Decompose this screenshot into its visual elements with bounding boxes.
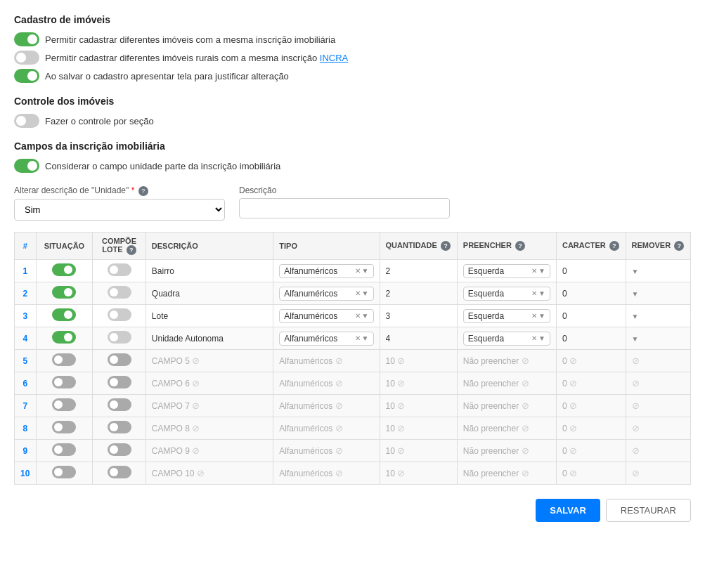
row-remover[interactable]: ▼ (626, 260, 690, 282)
disabled-icon: ⊘ (192, 378, 200, 388)
row-situacao[interactable] (36, 417, 93, 440)
toggle-4[interactable] (14, 114, 39, 128)
row-num: 7 (15, 395, 37, 417)
row-preencher[interactable]: Esquerda ✕▼ (457, 305, 556, 327)
row-preencher[interactable]: Esquerda ✕▼ (457, 282, 556, 305)
row-toggle[interactable] (51, 331, 77, 345)
row-toggle[interactable] (107, 376, 132, 390)
row-tipo[interactable]: Alfanuméricos ✕▼ (273, 327, 380, 350)
dropdown-arrow: ▼ (632, 290, 639, 298)
row-situacao[interactable] (36, 440, 93, 462)
row-compoe[interactable] (93, 260, 146, 282)
row-compoe[interactable] (93, 440, 146, 462)
row-remover[interactable]: ▼ (626, 282, 690, 305)
row-quantidade[interactable] (380, 305, 457, 327)
row-quantidade[interactable] (380, 260, 457, 282)
disabled-icon: ⊘ (522, 355, 529, 366)
compoe-help-icon[interactable]: ? (127, 245, 136, 255)
row-quantidade[interactable] (380, 327, 457, 350)
row-situacao[interactable] (36, 327, 93, 350)
row-situacao[interactable] (36, 305, 93, 327)
toggle-2[interactable] (14, 51, 39, 65)
toggle-1-label: Permitir cadastrar diferentes imóveis co… (45, 34, 335, 45)
row-quantidade[interactable] (380, 282, 457, 305)
row-toggle[interactable] (107, 466, 132, 480)
row-tipo[interactable]: Alfanuméricos ✕▼ (273, 260, 380, 282)
row-caracter[interactable] (556, 327, 626, 350)
row-compoe[interactable] (93, 417, 146, 440)
row-remover[interactable]: ▼ (626, 327, 690, 350)
tipo-select-3[interactable]: Alfanuméricos ✕▼ (279, 309, 373, 323)
row-situacao[interactable] (36, 350, 93, 372)
row-compoe[interactable] (93, 305, 146, 327)
row-caracter[interactable] (556, 305, 626, 327)
row-toggle[interactable] (51, 398, 77, 412)
remover-help-icon[interactable]: ? (674, 241, 684, 251)
row-toggle[interactable] (107, 308, 132, 322)
row-toggle[interactable] (51, 263, 77, 277)
row-situacao[interactable] (36, 372, 93, 395)
row-compoe[interactable] (93, 282, 146, 305)
preencher-select-4[interactable]: Esquerda ✕▼ (463, 332, 550, 346)
row-preencher[interactable]: Esquerda ✕▼ (457, 260, 556, 282)
row-situacao[interactable] (36, 462, 93, 485)
qtd-help-icon[interactable]: ? (441, 241, 451, 251)
row-situacao[interactable] (36, 282, 93, 305)
row-tipo[interactable]: Alfanuméricos ✕▼ (273, 305, 380, 327)
preencher-select-3[interactable]: Esquerda ✕▼ (463, 309, 550, 323)
row-num: 5 (15, 350, 37, 372)
caracter-help-icon[interactable]: ? (609, 241, 619, 251)
row-toggle[interactable] (107, 263, 132, 277)
tipo-select-1[interactable]: Alfanuméricos ✕▼ (279, 264, 373, 278)
toggle-3[interactable] (14, 69, 39, 83)
section-campos: Campos da inscrição imobiliária Consider… (14, 141, 691, 173)
row-toggle[interactable] (51, 421, 77, 435)
row-caracter[interactable] (556, 282, 626, 305)
footer-buttons: SALVAR RESTAURAR (14, 499, 691, 522)
descricao-input[interactable] (239, 198, 450, 218)
row-compoe[interactable] (93, 372, 146, 395)
preencher-help-icon[interactable]: ? (515, 241, 525, 251)
incra-link[interactable]: INCRA (320, 53, 348, 63)
row-toggle[interactable] (107, 421, 132, 435)
alterar-select[interactable]: Sim Não (14, 199, 225, 221)
row-tipo: Alfanuméricos ⊘ (273, 462, 380, 485)
row-toggle[interactable] (51, 286, 77, 300)
toggle-3-label: Ao salvar o cadastro apresentar tela par… (45, 71, 289, 81)
toggle-row-1: Permitir cadastrar diferentes imóveis co… (14, 32, 691, 46)
toggle-1[interactable] (14, 32, 39, 46)
row-compoe[interactable] (93, 350, 146, 372)
row-remover[interactable]: ▼ (626, 305, 690, 327)
row-toggle[interactable] (107, 398, 132, 412)
preencher-select-1[interactable]: Esquerda ✕▼ (463, 264, 550, 278)
row-tipo[interactable]: Alfanuméricos ✕▼ (273, 282, 380, 305)
row-caracter[interactable] (556, 260, 626, 282)
toggle-row-4: Fazer o controle por seção (14, 114, 691, 128)
row-preencher[interactable]: Esquerda ✕▼ (457, 327, 556, 350)
tipo-select-4[interactable]: Alfanuméricos ✕▼ (279, 332, 373, 346)
tipo-select-2[interactable]: Alfanuméricos ✕▼ (279, 287, 373, 301)
alterar-help-icon[interactable]: ? (138, 186, 148, 196)
disabled-icon: ⊘ (569, 378, 577, 388)
row-compoe[interactable] (93, 462, 146, 485)
row-toggle[interactable] (107, 443, 132, 457)
row-situacao[interactable] (36, 395, 93, 417)
row-descricao: Quadra (145, 282, 273, 305)
row-situacao[interactable] (36, 260, 93, 282)
row-compoe[interactable] (93, 395, 146, 417)
section-controle: Controle dos imóveis Fazer o controle po… (14, 96, 691, 128)
row-toggle[interactable] (107, 286, 132, 300)
th-descricao: DESCRIÇÃO (145, 233, 273, 260)
row-toggle[interactable] (51, 308, 77, 322)
row-toggle[interactable] (51, 443, 77, 457)
row-toggle[interactable] (51, 353, 77, 367)
row-toggle[interactable] (51, 466, 77, 480)
row-toggle[interactable] (107, 331, 132, 345)
save-button[interactable]: SALVAR (536, 499, 600, 522)
toggle-5[interactable] (14, 159, 39, 173)
preencher-select-2[interactable]: Esquerda ✕▼ (463, 287, 550, 301)
row-compoe[interactable] (93, 327, 146, 350)
restore-button[interactable]: RESTAURAR (606, 499, 691, 522)
row-toggle[interactable] (51, 376, 77, 390)
row-toggle[interactable] (107, 353, 132, 367)
